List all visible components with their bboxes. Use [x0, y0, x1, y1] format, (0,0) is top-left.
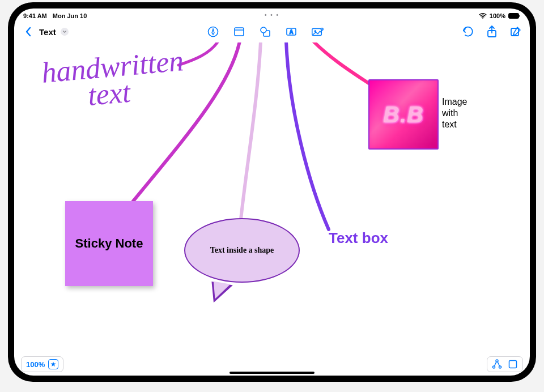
sticky-note[interactable]: Sticky Note [65, 201, 153, 286]
wifi-icon [479, 13, 487, 19]
freeform-canvas[interactable]: handwritten text Sticky Note Text inside… [14, 42, 530, 353]
inserted-image[interactable]: B.B [368, 79, 439, 150]
zoom-favorite-icon[interactable] [48, 359, 58, 369]
back-button[interactable] [22, 25, 35, 38]
multitasking-dots-icon[interactable]: • • • [265, 12, 279, 18]
image-caption: Image with text [442, 96, 467, 130]
svg-point-0 [482, 18, 483, 19]
minimap-icon[interactable] [508, 359, 518, 369]
status-bar: 9:41 AM Mon Jun 10 • • • 100% [14, 8, 530, 21]
zoom-control[interactable]: 100% [21, 356, 63, 372]
text-box[interactable]: Text box [329, 229, 388, 247]
pen-tool-icon[interactable] [207, 25, 219, 38]
compose-icon[interactable] [509, 25, 522, 38]
share-icon[interactable] [486, 25, 498, 38]
image-inner-text: B.B [383, 102, 424, 127]
zoom-value: 100% [26, 360, 45, 369]
media-icon[interactable] [311, 25, 324, 38]
svg-marker-17 [51, 362, 56, 367]
speech-bubble-shape[interactable]: Text inside a shape [184, 218, 298, 289]
speech-bubble-label: Text inside a shape [210, 246, 274, 255]
shape-icon[interactable] [259, 25, 271, 38]
svg-point-7 [261, 27, 266, 33]
board-menu-chevron-icon[interactable] [61, 28, 69, 36]
board-title[interactable]: Text [38, 27, 57, 37]
undo-icon[interactable] [462, 25, 474, 38]
text-box-icon[interactable]: A [285, 25, 298, 38]
svg-rect-4 [235, 28, 244, 36]
home-indicator[interactable] [230, 372, 314, 374]
ipad-frame: 9:41 AM Mon Jun 10 • • • 100% Text [8, 2, 536, 382]
svg-text:A: A [289, 29, 293, 35]
status-time: 9:41 AM [23, 12, 47, 19]
ipad-screen: 9:41 AM Mon Jun 10 • • • 100% Text [14, 8, 530, 376]
svg-point-20 [499, 366, 502, 368]
status-date: Mon Jun 10 [53, 12, 87, 19]
sticky-note-icon[interactable] [233, 25, 245, 38]
svg-rect-2 [520, 15, 521, 17]
battery-icon [508, 13, 521, 19]
text-box-label: Text box [329, 229, 388, 246]
svg-rect-21 [509, 361, 517, 368]
sticky-note-label: Sticky Note [75, 236, 143, 251]
connections-icon[interactable] [492, 359, 502, 369]
app-toolbar: Text A [14, 21, 530, 42]
battery-percent: 100% [490, 12, 505, 19]
svg-rect-1 [509, 14, 519, 19]
svg-point-19 [493, 366, 495, 368]
